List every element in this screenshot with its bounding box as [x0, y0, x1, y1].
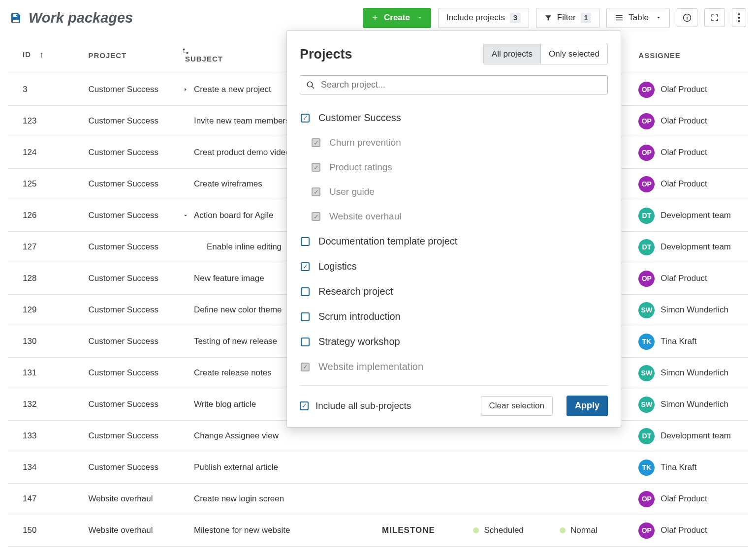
cell-id[interactable]: 3 [8, 74, 84, 105]
project-item[interactable]: ✓Website overhaul [300, 204, 608, 229]
project-checkbox[interactable]: ✓ [312, 138, 320, 147]
cell-assignee[interactable]: DTDevelopment team [634, 200, 748, 231]
project-item[interactable]: ✓Customer Success [300, 105, 608, 130]
table-row[interactable]: 150Website overhaulMilestone for new web… [8, 515, 748, 546]
cell-status: Scheduled [469, 546, 555, 554]
clear-selection-button[interactable]: Clear selection [481, 396, 553, 416]
cell-id[interactable]: 133 [8, 420, 84, 452]
project-item[interactable]: ✓Website implementation [300, 354, 608, 379]
cell-id[interactable]: 126 [8, 200, 84, 231]
project-checkbox[interactable]: ✓ [312, 212, 320, 221]
project-item[interactable]: Scrum introduction [300, 304, 608, 329]
cell-assignee[interactable]: SWSimon Wunderlich [634, 357, 748, 389]
project-checkbox[interactable]: ✓ [312, 163, 320, 172]
cell-id[interactable]: 130 [8, 326, 84, 357]
view-mode-button[interactable]: Table [606, 8, 670, 28]
search-icon [306, 81, 315, 90]
avatar: TK [638, 334, 655, 350]
cell-assignee[interactable]: TKTina Kraft [634, 326, 748, 357]
project-item[interactable]: Strategy workshop [300, 329, 608, 354]
project-search-input[interactable] [321, 80, 601, 90]
avatar: OP [638, 523, 655, 539]
cell-subject[interactable]: Create new login screen [178, 483, 378, 515]
table-row[interactable]: 147Website overhaulCreate new login scre… [8, 483, 748, 515]
cell-assignee[interactable]: DTDevelopment team [634, 231, 748, 263]
project-item[interactable]: ✓Logistics [300, 254, 608, 279]
cell-id[interactable]: 134 [8, 452, 84, 483]
include-sub-checkbox[interactable]: ✓ [300, 401, 309, 410]
cell-assignee[interactable]: OPOlaf Product [634, 74, 748, 105]
project-item[interactable]: Documentation template project [300, 229, 608, 254]
project-search[interactable] [300, 75, 608, 94]
cell-assignee[interactable]: OPOlaf Product [634, 105, 748, 137]
create-button[interactable]: Create [363, 8, 431, 28]
cell-assignee[interactable]: DTDevelopment team [634, 420, 748, 452]
cell-id[interactable]: 128 [8, 263, 84, 294]
cell-id[interactable]: 124 [8, 137, 84, 168]
popover-scope-tabs: All projects Only selected [483, 44, 608, 64]
cell-assignee[interactable]: OPOlaf Product [634, 483, 748, 515]
project-checkbox[interactable]: ✓ [301, 262, 310, 271]
project-label: Research project [318, 286, 393, 297]
cell-assignee[interactable]: OPOlaf Product [634, 263, 748, 294]
cell-assignee[interactable]: OPOlaf Product [634, 168, 748, 200]
save-view-icon[interactable] [10, 12, 22, 24]
cell-subject[interactable]: Publish external article [178, 452, 378, 483]
cell-assignee[interactable]: SWSimon Wunderlich [634, 294, 748, 326]
project-checkbox[interactable] [301, 237, 310, 246]
more-actions-button[interactable] [732, 8, 746, 27]
cell-subject[interactable]: Milestone for new website [178, 515, 378, 546]
info-button[interactable] [677, 8, 697, 27]
project-item[interactable]: ✓Product ratings [300, 155, 608, 180]
include-projects-button[interactable]: Include projects 3 [438, 8, 529, 28]
project-checkbox[interactable]: ✓ [312, 187, 320, 196]
col-project[interactable]: PROJECT [84, 40, 178, 74]
project-checkbox[interactable] [301, 287, 310, 296]
tab-only-selected[interactable]: Only selected [540, 44, 607, 64]
project-checkbox[interactable]: ✓ [301, 363, 310, 371]
assignee-name: Development team [661, 242, 731, 252]
cell-id[interactable]: 150 [8, 515, 84, 546]
project-item[interactable]: ✓Churn prevention [300, 130, 608, 155]
col-assignee[interactable]: ASSIGNEE [634, 40, 748, 74]
cell-id[interactable]: 152 [8, 546, 84, 554]
project-label: Scrum introduction [318, 311, 401, 322]
cell-assignee[interactable]: SWSimon Wunderlich [634, 546, 748, 554]
subject-text: Creat product demo video [194, 148, 290, 157]
project-checkbox[interactable]: ✓ [301, 114, 310, 123]
chevron-down-icon[interactable] [182, 212, 190, 219]
table-row[interactable]: 134Customer SuccessPublish external arti… [8, 452, 748, 483]
cell-id[interactable]: 125 [8, 168, 84, 200]
cell-assignee[interactable]: SWSimon Wunderlich [634, 389, 748, 420]
project-item[interactable]: Research project [300, 279, 608, 304]
apply-button[interactable]: Apply [567, 396, 608, 416]
project-checkbox[interactable] [301, 312, 310, 321]
svg-point-4 [738, 17, 740, 19]
fullscreen-button[interactable] [704, 8, 725, 27]
cell-assignee[interactable]: OPOlaf Product [634, 515, 748, 546]
cell-id[interactable]: 129 [8, 294, 84, 326]
cell-id[interactable]: 127 [8, 231, 84, 263]
filter-button[interactable]: Filter 1 [536, 8, 600, 28]
chevron-right-icon[interactable] [182, 86, 190, 93]
svg-line-9 [312, 86, 314, 89]
cell-subject[interactable]: User guide released [178, 546, 378, 554]
project-checkbox[interactable] [301, 338, 310, 346]
col-id[interactable]: ID ↑ [8, 40, 84, 74]
subject-text: Invite new team members [194, 116, 290, 126]
cell-assignee[interactable]: TKTina Kraft [634, 452, 748, 483]
svg-rect-2 [687, 16, 688, 17]
filter-label: Filter [557, 13, 576, 23]
cell-id[interactable]: 131 [8, 357, 84, 389]
cell-project: User guide [84, 546, 178, 554]
project-label: Logistics [318, 261, 357, 272]
table-row[interactable]: 152User guideUser guide releasedMILESTON… [8, 546, 748, 554]
project-label: Churn prevention [329, 137, 401, 148]
subject-text: Create a new project [194, 85, 271, 94]
project-item[interactable]: ✓User guide [300, 180, 608, 204]
cell-id[interactable]: 123 [8, 105, 84, 137]
cell-assignee[interactable]: OPOlaf Product [634, 137, 748, 168]
cell-id[interactable]: 147 [8, 483, 84, 515]
cell-id[interactable]: 132 [8, 389, 84, 420]
tab-all-projects[interactable]: All projects [484, 44, 540, 64]
